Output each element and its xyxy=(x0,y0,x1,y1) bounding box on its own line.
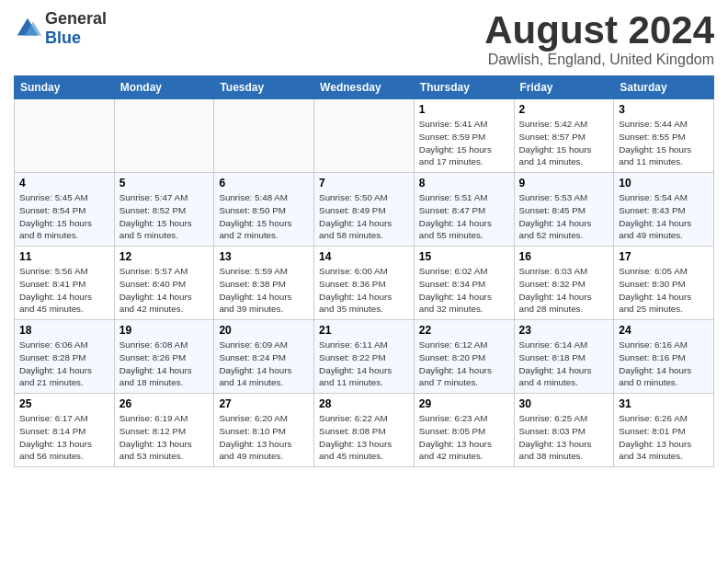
day-number: 10 xyxy=(619,177,709,190)
day-info: Sunrise: 5:56 AM Sunset: 8:41 PM Dayligh… xyxy=(19,265,109,316)
month-title: August 2024 xyxy=(484,9,714,52)
table-row: 14Sunrise: 6:00 AM Sunset: 8:36 PM Dayli… xyxy=(314,247,415,320)
table-row: 12Sunrise: 5:57 AM Sunset: 8:40 PM Dayli… xyxy=(114,247,214,320)
day-info: Sunrise: 6:25 AM Sunset: 8:03 PM Dayligh… xyxy=(519,412,609,463)
table-row: 17Sunrise: 6:05 AM Sunset: 8:30 PM Dayli… xyxy=(614,247,714,320)
day-number: 28 xyxy=(319,397,409,410)
day-info: Sunrise: 6:11 AM Sunset: 8:22 PM Dayligh… xyxy=(319,339,409,389)
table-row: 26Sunrise: 6:19 AM Sunset: 8:12 PM Dayli… xyxy=(114,394,214,467)
day-info: Sunrise: 6:06 AM Sunset: 8:28 PM Dayligh… xyxy=(19,339,109,389)
day-number: 18 xyxy=(19,324,109,337)
table-row: 18Sunrise: 6:06 AM Sunset: 8:28 PM Dayli… xyxy=(15,320,115,394)
table-row: 5Sunrise: 5:47 AM Sunset: 8:52 PM Daylig… xyxy=(114,173,214,247)
day-number: 8 xyxy=(419,177,509,190)
header: General Blue August 2024 Dawlish, Englan… xyxy=(14,9,714,68)
day-number: 24 xyxy=(619,324,709,337)
table-row: 16Sunrise: 6:03 AM Sunset: 8:32 PM Dayli… xyxy=(514,247,614,320)
logo: General Blue xyxy=(14,9,107,48)
day-number: 25 xyxy=(19,397,109,410)
table-row: 25Sunrise: 6:17 AM Sunset: 8:14 PM Dayli… xyxy=(15,394,115,467)
logo-text: General Blue xyxy=(45,9,107,48)
day-info: Sunrise: 6:03 AM Sunset: 8:32 PM Dayligh… xyxy=(519,265,609,316)
day-number: 3 xyxy=(619,103,709,116)
header-thursday: Thursday xyxy=(414,76,514,99)
day-number: 22 xyxy=(419,324,509,337)
day-number: 20 xyxy=(219,324,309,337)
day-number: 21 xyxy=(319,324,409,337)
table-row xyxy=(114,99,214,173)
table-row: 23Sunrise: 6:14 AM Sunset: 8:18 PM Dayli… xyxy=(514,320,614,394)
day-info: Sunrise: 5:44 AM Sunset: 8:55 PM Dayligh… xyxy=(619,118,709,168)
day-number: 23 xyxy=(519,324,609,337)
day-info: Sunrise: 5:51 AM Sunset: 8:47 PM Dayligh… xyxy=(419,191,509,242)
table-row: 13Sunrise: 5:59 AM Sunset: 8:38 PM Dayli… xyxy=(214,247,314,320)
day-info: Sunrise: 6:26 AM Sunset: 8:01 PM Dayligh… xyxy=(619,412,709,463)
day-number: 26 xyxy=(119,397,210,410)
table-row: 27Sunrise: 6:20 AM Sunset: 8:10 PM Dayli… xyxy=(214,394,314,467)
day-info: Sunrise: 6:02 AM Sunset: 8:34 PM Dayligh… xyxy=(419,265,509,316)
day-info: Sunrise: 6:16 AM Sunset: 8:16 PM Dayligh… xyxy=(619,339,709,389)
table-row: 30Sunrise: 6:25 AM Sunset: 8:03 PM Dayli… xyxy=(514,394,614,467)
table-row: 21Sunrise: 6:11 AM Sunset: 8:22 PM Dayli… xyxy=(314,320,415,394)
day-info: Sunrise: 5:47 AM Sunset: 8:52 PM Dayligh… xyxy=(119,191,210,242)
day-info: Sunrise: 5:57 AM Sunset: 8:40 PM Dayligh… xyxy=(119,265,210,316)
table-row: 7Sunrise: 5:50 AM Sunset: 8:49 PM Daylig… xyxy=(314,173,415,247)
day-info: Sunrise: 5:53 AM Sunset: 8:45 PM Dayligh… xyxy=(519,191,609,242)
table-row: 19Sunrise: 6:08 AM Sunset: 8:26 PM Dayli… xyxy=(114,320,214,394)
header-saturday: Saturday xyxy=(614,76,714,99)
day-number: 12 xyxy=(119,250,210,263)
day-info: Sunrise: 5:41 AM Sunset: 8:59 PM Dayligh… xyxy=(419,118,509,168)
table-row: 29Sunrise: 6:23 AM Sunset: 8:05 PM Dayli… xyxy=(414,394,514,467)
table-row: 20Sunrise: 6:09 AM Sunset: 8:24 PM Dayli… xyxy=(214,320,314,394)
header-tuesday: Tuesday xyxy=(214,76,314,99)
table-row xyxy=(214,99,314,173)
day-number: 2 xyxy=(519,103,609,116)
day-number: 17 xyxy=(619,250,709,263)
day-number: 14 xyxy=(319,250,409,263)
logo-general-text: General xyxy=(45,9,107,29)
day-number: 29 xyxy=(419,397,509,410)
day-number: 4 xyxy=(19,177,109,190)
table-row: 15Sunrise: 6:02 AM Sunset: 8:34 PM Dayli… xyxy=(414,247,514,320)
day-number: 19 xyxy=(119,324,210,337)
day-info: Sunrise: 6:12 AM Sunset: 8:20 PM Dayligh… xyxy=(419,339,509,389)
table-row: 11Sunrise: 5:56 AM Sunset: 8:41 PM Dayli… xyxy=(15,247,115,320)
day-info: Sunrise: 6:23 AM Sunset: 8:05 PM Dayligh… xyxy=(419,412,509,463)
table-row: 24Sunrise: 6:16 AM Sunset: 8:16 PM Dayli… xyxy=(614,320,714,394)
table-row: 4Sunrise: 5:45 AM Sunset: 8:54 PM Daylig… xyxy=(15,173,115,247)
table-row: 6Sunrise: 5:48 AM Sunset: 8:50 PM Daylig… xyxy=(214,173,314,247)
table-row: 2Sunrise: 5:42 AM Sunset: 8:57 PM Daylig… xyxy=(514,99,614,173)
day-number: 13 xyxy=(219,250,309,263)
table-row: 9Sunrise: 5:53 AM Sunset: 8:45 PM Daylig… xyxy=(514,173,614,247)
title-area: August 2024 Dawlish, England, United Kin… xyxy=(484,9,714,68)
day-number: 9 xyxy=(519,177,609,190)
day-number: 27 xyxy=(219,397,309,410)
day-info: Sunrise: 5:59 AM Sunset: 8:38 PM Dayligh… xyxy=(219,265,309,316)
table-row xyxy=(15,99,115,173)
table-row: 31Sunrise: 6:26 AM Sunset: 8:01 PM Dayli… xyxy=(614,394,714,467)
day-number: 15 xyxy=(419,250,509,263)
location: Dawlish, England, United Kingdom xyxy=(484,52,714,68)
table-row: 8Sunrise: 5:51 AM Sunset: 8:47 PM Daylig… xyxy=(414,173,514,247)
day-info: Sunrise: 6:05 AM Sunset: 8:30 PM Dayligh… xyxy=(619,265,709,316)
day-info: Sunrise: 6:20 AM Sunset: 8:10 PM Dayligh… xyxy=(219,412,309,463)
page: General Blue August 2024 Dawlish, Englan… xyxy=(0,0,728,477)
logo-icon xyxy=(14,15,41,42)
header-wednesday: Wednesday xyxy=(314,76,415,99)
day-info: Sunrise: 5:54 AM Sunset: 8:43 PM Dayligh… xyxy=(619,191,709,242)
table-row: 10Sunrise: 5:54 AM Sunset: 8:43 PM Dayli… xyxy=(614,173,714,247)
day-number: 5 xyxy=(119,177,210,190)
day-info: Sunrise: 5:48 AM Sunset: 8:50 PM Dayligh… xyxy=(219,191,309,242)
day-info: Sunrise: 6:22 AM Sunset: 8:08 PM Dayligh… xyxy=(319,412,409,463)
table-row: 22Sunrise: 6:12 AM Sunset: 8:20 PM Dayli… xyxy=(414,320,514,394)
table-row: 28Sunrise: 6:22 AM Sunset: 8:08 PM Dayli… xyxy=(314,394,415,467)
day-number: 16 xyxy=(519,250,609,263)
day-number: 7 xyxy=(319,177,409,190)
day-info: Sunrise: 6:09 AM Sunset: 8:24 PM Dayligh… xyxy=(219,339,309,389)
day-info: Sunrise: 5:50 AM Sunset: 8:49 PM Dayligh… xyxy=(319,191,409,242)
day-number: 11 xyxy=(19,250,109,263)
header-monday: Monday xyxy=(114,76,214,99)
day-info: Sunrise: 6:14 AM Sunset: 8:18 PM Dayligh… xyxy=(519,339,609,389)
day-number: 30 xyxy=(519,397,609,410)
calendar-body: 1Sunrise: 5:41 AM Sunset: 8:59 PM Daylig… xyxy=(15,99,714,467)
